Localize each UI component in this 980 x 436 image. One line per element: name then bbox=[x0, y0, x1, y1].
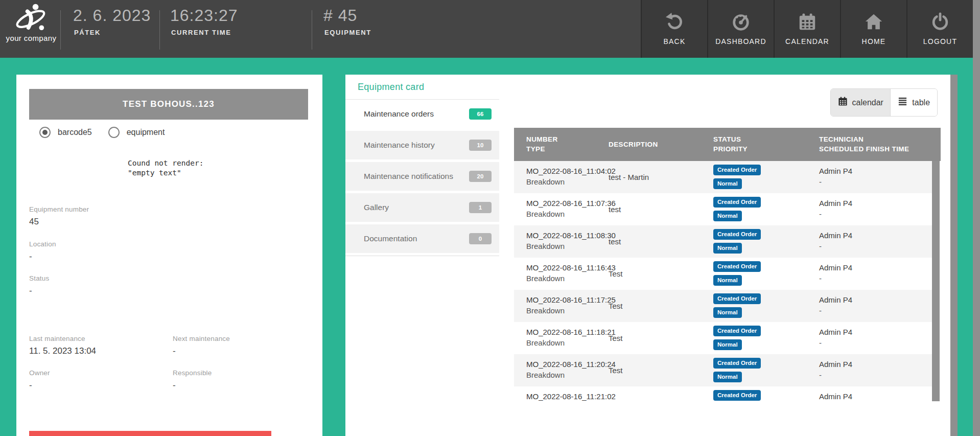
order-type: Breakdown bbox=[526, 370, 609, 380]
order-number: MO_2022-08-16_11:18:21 bbox=[526, 327, 609, 337]
equipment-title-bar: TEST BOHOUS..123 bbox=[29, 89, 308, 120]
back-button[interactable]: BACK bbox=[641, 0, 707, 58]
order-technician: Admin P4 bbox=[819, 359, 932, 370]
header-divider bbox=[159, 10, 160, 50]
menu-end-divider bbox=[345, 256, 499, 256]
calendar-view-icon bbox=[838, 97, 848, 108]
order-number-type-cell: MO_2022-08-16_11:18:21 Breakdown bbox=[514, 322, 609, 354]
view-toggle-group: calendar table bbox=[830, 88, 938, 117]
header-time-block: 16:23:27 CURRENT TIME bbox=[170, 0, 303, 58]
order-status-priority-cell: Created Order bbox=[713, 386, 819, 401]
order-technician-cell: Admin P4 - bbox=[819, 161, 932, 193]
menu-item-count-badge: 1 bbox=[469, 202, 492, 213]
company-logo[interactable]: your company bbox=[4, 1, 58, 57]
order-status-priority-cell: Created Order Normal bbox=[713, 354, 819, 386]
menu-item-count-badge: 20 bbox=[469, 171, 492, 182]
danger-action-button[interactable] bbox=[29, 431, 271, 436]
order-technician: Admin P4 bbox=[819, 230, 932, 241]
equipment-card-menu-item[interactable]: Maintenance orders 66 bbox=[345, 100, 499, 128]
equipment-card-menu-item[interactable]: Gallery 1 bbox=[345, 193, 499, 222]
order-type: Breakdown bbox=[526, 273, 609, 284]
order-status-priority-cell: Created Order Normal bbox=[713, 290, 819, 322]
dashboard-icon bbox=[731, 12, 751, 34]
order-technician: Admin P4 bbox=[819, 262, 932, 273]
equipment-card-menu-item[interactable]: Maintenance notifications 20 bbox=[345, 162, 499, 191]
radio-barcode5[interactable]: barcode5 bbox=[39, 127, 92, 138]
order-status-priority-cell: Created Order Normal bbox=[713, 161, 819, 193]
order-number: MO_2022-08-16_11:04:02 bbox=[526, 166, 609, 176]
maintenance-order-row[interactable]: MO_2022-08-16_11:21:02 Created Order Adm… bbox=[514, 386, 932, 401]
order-number: MO_2022-08-16_11:20:24 bbox=[526, 359, 609, 370]
equipment-card-menu-item[interactable]: Maintenance history 10 bbox=[345, 131, 499, 159]
order-number-type-cell: MO_2022-08-16_11:20:24 Breakdown bbox=[514, 354, 609, 386]
maintenance-order-row[interactable]: MO_2022-08-16_11:17:25 Breakdown Test Cr… bbox=[514, 290, 932, 322]
dashboard-button[interactable]: DASHBOARD bbox=[707, 0, 774, 58]
dashboard-label: DASHBOARD bbox=[715, 37, 766, 45]
status-badge: Created Order bbox=[713, 229, 761, 240]
status-badge: Created Order bbox=[713, 326, 761, 336]
company-logo-icon bbox=[4, 2, 58, 34]
home-button[interactable]: HOME bbox=[840, 0, 906, 58]
maintenance-order-row[interactable]: MO_2022-08-16_11:20:24 Breakdown Test Cr… bbox=[514, 354, 932, 386]
order-status-priority-cell: Created Order Normal bbox=[713, 258, 819, 290]
order-number: MO_2022-08-16_11:21:02 bbox=[526, 391, 609, 401]
order-description-cell: Test bbox=[609, 258, 713, 290]
page-scrollbar[interactable] bbox=[973, 0, 980, 436]
order-description: Test bbox=[609, 302, 623, 310]
column-header-description: DESCRIPTION bbox=[609, 128, 713, 161]
order-description-cell bbox=[609, 386, 713, 401]
menu-item-count-badge: 0 bbox=[469, 233, 492, 244]
logout-icon bbox=[930, 12, 950, 34]
order-description: test bbox=[609, 205, 621, 214]
current-date: 2. 6. 2023 bbox=[73, 6, 151, 25]
equipment-detail-screen: your company 2. 6. 2023 PÁTEK 16:23:27 C… bbox=[0, 0, 980, 436]
menu-item-count-badge: 66 bbox=[469, 108, 492, 120]
equipment-card-panel: Equipment card Maintenance orders 66 Mai… bbox=[345, 75, 958, 436]
radio-equipment[interactable]: equipment bbox=[108, 127, 165, 138]
equipment-card-menu-item[interactable]: Documentation 0 bbox=[345, 224, 499, 253]
equipment-card-title: Equipment card bbox=[345, 75, 499, 100]
calendar-label: CALENDAR bbox=[785, 37, 829, 45]
current-time: 16:23:27 bbox=[170, 6, 238, 25]
maintenance-order-row[interactable]: MO_2022-08-16_11:04:02 Breakdown test - … bbox=[514, 161, 932, 193]
field-location: Location - bbox=[29, 240, 56, 262]
back-icon bbox=[665, 12, 684, 34]
maintenance-order-row[interactable]: MO_2022-08-16_11:07:36 Breakdown test Cr… bbox=[514, 193, 932, 225]
status-badge: Created Order bbox=[713, 165, 761, 175]
radio-barcode5-label: barcode5 bbox=[58, 128, 92, 137]
logout-button[interactable]: LOGOUT bbox=[906, 0, 973, 58]
orders-table-scrollbar[interactable] bbox=[932, 161, 940, 401]
order-description: Test bbox=[609, 366, 623, 375]
order-technician-cell: Admin P4 - bbox=[819, 193, 932, 225]
calendar-button[interactable]: CALENDAR bbox=[774, 0, 840, 58]
barcode-render-error: Cound not render: "empty text" bbox=[128, 158, 203, 178]
menu-item-label: Documentation bbox=[364, 234, 417, 243]
current-time-label: CURRENT TIME bbox=[171, 29, 231, 36]
radio-barcode5-circle[interactable] bbox=[39, 127, 51, 138]
table-view-toggle[interactable]: table bbox=[890, 89, 937, 116]
radio-equipment-circle[interactable] bbox=[108, 127, 120, 138]
calendar-view-toggle[interactable]: calendar bbox=[831, 89, 890, 116]
maintenance-order-row[interactable]: MO_2022-08-16_11:08:30 Breakdown test Cr… bbox=[514, 225, 932, 258]
order-technician-cell: Admin P4 bbox=[819, 386, 932, 401]
order-type: Breakdown bbox=[526, 176, 609, 187]
order-finish-time: - bbox=[819, 176, 932, 187]
field-status: Status - bbox=[29, 274, 49, 296]
order-type: Breakdown bbox=[526, 305, 609, 316]
orders-table-header: NUMBER TYPE DESCRIPTION STATUS PRIORITY … bbox=[514, 128, 941, 161]
home-icon bbox=[864, 12, 883, 34]
order-number: MO_2022-08-16_11:07:36 bbox=[526, 198, 609, 209]
maintenance-order-row[interactable]: MO_2022-08-16_11:16:43 Breakdown Test Cr… bbox=[514, 258, 932, 290]
status-badge: Created Order bbox=[713, 390, 761, 401]
order-description-cell: test bbox=[609, 193, 713, 225]
header-divider bbox=[60, 10, 61, 50]
order-number-type-cell: MO_2022-08-16_11:17:25 Breakdown bbox=[514, 290, 609, 322]
order-technician-cell: Admin P4 - bbox=[819, 354, 932, 386]
main-panel-scrollbar[interactable] bbox=[950, 75, 958, 436]
maintenance-order-row[interactable]: MO_2022-08-16_11:18:21 Breakdown Test Cr… bbox=[514, 322, 932, 354]
order-finish-time: - bbox=[819, 241, 932, 251]
order-description-cell: test bbox=[609, 225, 713, 258]
orders-table-body: MO_2022-08-16_11:04:02 Breakdown test - … bbox=[514, 161, 932, 401]
priority-badge: Normal bbox=[713, 307, 742, 318]
status-badge: Created Order bbox=[713, 358, 761, 369]
